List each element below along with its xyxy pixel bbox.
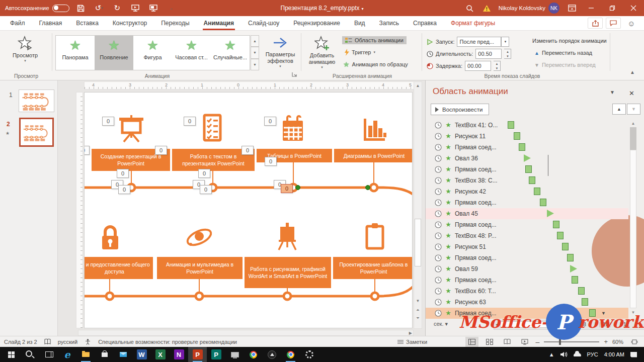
slide-sorter-view-button[interactable] [483,337,496,347]
slide-shape-label[interactable]: Проектирование шаблона в PowerPoint [333,257,413,279]
ribbon-tab[interactable]: Слайд-шоу [241,16,286,30]
language-taskbar-indicator[interactable]: РУС [587,351,598,357]
zoom-slider-thumb[interactable] [559,339,561,345]
timing-bar[interactable] [540,199,546,206]
animation-style-item[interactable]: ★ Часовая ст... [172,36,211,70]
language-indicator[interactable]: русский [58,339,77,345]
normal-view-button[interactable] [465,337,478,347]
slide-counter[interactable]: Слайд 2 из 2 [4,339,37,345]
move-earlier-button[interactable]: ▲ Переместить назад [534,50,592,56]
seconds-dropdown[interactable]: сек. ▾ [434,321,448,327]
slide-shape-label[interactable]: Диаграммы в PowerPoint [334,149,413,162]
presentation-board-icon[interactable] [117,115,145,143]
save-button[interactable] [74,2,88,14]
pane-menu-dropdown-icon[interactable]: ▼ [610,89,615,95]
pane-close-icon[interactable]: ✕ [629,89,634,97]
start-button[interactable] [2,347,21,362]
animation-item[interactable]: ★ Овал 59 ▼ [426,263,628,275]
gallery-scroll-up-icon[interactable]: ▲ [251,35,259,47]
animation-item[interactable]: ★ Рисунок 11 ▼ [426,131,628,142]
animation-painter-button[interactable]: ★ Анимация по образцу [343,60,408,68]
clock[interactable]: 4:00 AM [604,351,624,357]
store-icon[interactable] [95,347,114,362]
trigger-button[interactable]: Триггер ▾ [343,49,375,56]
animation-item[interactable]: ★ TextBox 38: C... ▼ [426,175,628,186]
animation-item[interactable]: ★ Прямая соед... ▼ [426,142,628,153]
table-calendar-icon[interactable] [279,115,307,143]
animation-style-item[interactable]: ★ Панорама [56,36,95,70]
animation-item[interactable]: ★ Прямая соед... ▼ [426,197,628,208]
gallery-scroll-down-icon[interactable]: ▼ [251,47,259,58]
animation-item[interactable]: ★ Овал 36 ▼ [426,153,628,164]
slide-shape-label[interactable]: та и предоставление общего доступа [84,257,153,279]
tray-expand-icon[interactable]: ▲ [549,351,554,357]
animation-item[interactable]: ★ Прямая соед... ▼ [426,308,628,319]
duration-input[interactable]: 00.50 [475,49,502,59]
slide-2-thumbnail[interactable] [19,118,54,147]
delay-input[interactable]: 00.00 [465,61,491,71]
duration-spinner[interactable]: ▲▼ [504,49,511,59]
animation-item[interactable]: ★ Рисунок 63 ▼ [426,297,628,308]
slide-shape-label[interactable]: Работа с текстом в презентациях PowerPoi… [172,149,255,171]
timing-bar[interactable] [514,132,520,140]
customize-quick-access-toolbar-button[interactable]: ⌄ [165,2,178,14]
play-from-button[interactable]: Воспроизвести [431,104,489,115]
animation-item[interactable]: ★ Прямая соед... ▼ [426,252,628,263]
search-icon[interactable] [21,347,39,362]
delay-spinner[interactable]: ▲▼ [494,61,501,71]
onedrive-cloud-icon[interactable] [574,353,581,356]
timing-bar[interactable] [525,165,532,173]
slide-shape-label[interactable]: Анимация и мультимедиа в PowerPoint [157,257,243,279]
ribbon-tab[interactable]: Запись [372,16,406,30]
animation-pane-button[interactable]: Область анимации [342,36,407,44]
timing-bar[interactable] [529,176,535,184]
word-icon[interactable]: W [132,347,151,362]
redo-button[interactable]: ↻ [111,2,124,14]
zoom-level[interactable]: 60% [612,339,623,345]
user-name[interactable]: Nikolay Koldovsky [499,5,545,11]
slideshow-view-button[interactable] [518,337,531,347]
effect-options-button[interactable]: Параметры эффектов ▾ [264,36,297,68]
excel-icon[interactable]: X [151,347,170,362]
ribbon-tab[interactable]: Справка [406,16,444,30]
timing-bar[interactable] [589,309,596,317]
timing-bar[interactable] [582,298,588,306]
pane-scroll-down-icon[interactable]: ▼ [629,309,637,316]
scroll-thumb[interactable] [415,219,421,266]
scroll-down-icon[interactable]: ▼ [414,297,422,305]
settings-gear-icon[interactable] [300,347,318,362]
undo-button[interactable]: ↺▾ [93,2,106,14]
chrome-icon[interactable] [244,347,263,362]
animation-item[interactable]: ★ Овал 45 ▼ [426,208,628,219]
animation-item[interactable]: ★ Рисунок 42 ▼ [426,186,628,197]
slide-1-thumbnail[interactable] [19,89,54,112]
ribbon-display-options-icon[interactable] [564,0,581,16]
clipboard-icon[interactable] [361,222,389,250]
file-explorer-icon[interactable] [76,347,95,362]
ribbon-tab[interactable]: Формат фигуры [444,16,502,30]
task-view-icon[interactable] [39,347,58,362]
animation-item[interactable]: ★ Рисунок 51 ▼ [426,241,628,252]
zoom-out-button[interactable]: – [536,338,540,346]
animation-style-item[interactable]: ★ Появление [95,36,133,70]
timing-bar[interactable] [570,265,577,273]
ribbon-tab[interactable]: Переходы [154,16,196,30]
start-combo[interactable]: После пред... [457,37,501,47]
comments-icon[interactable] [606,18,621,29]
timing-bar[interactable] [578,287,585,295]
animation-item[interactable]: ★ TextBox 41: O... ▼ [426,120,628,131]
ribbon-tab[interactable]: Вставка [69,16,106,30]
notes-button[interactable]: Заметки [397,339,427,345]
start-combo-dropdown-icon[interactable]: ▾ [501,37,509,47]
restore-button[interactable] [602,0,623,16]
animation-item[interactable]: ★ Прямая соед... ▼ [426,219,628,230]
ribbon-tab[interactable]: Рецензирование [286,16,347,30]
animation-style-item[interactable]: ★ Фигура [133,36,172,70]
minimize-button[interactable] [581,0,602,16]
autosave-control[interactable]: Автосохранение [5,5,69,12]
avatar[interactable]: NK [548,3,559,14]
animation-item[interactable]: ★ TextBox 60: T... ▼ [426,286,628,297]
preview-button[interactable]: Просмотр ▾ [9,36,41,63]
accessibility-icon[interactable] [85,338,91,345]
timing-bar[interactable] [567,254,574,261]
